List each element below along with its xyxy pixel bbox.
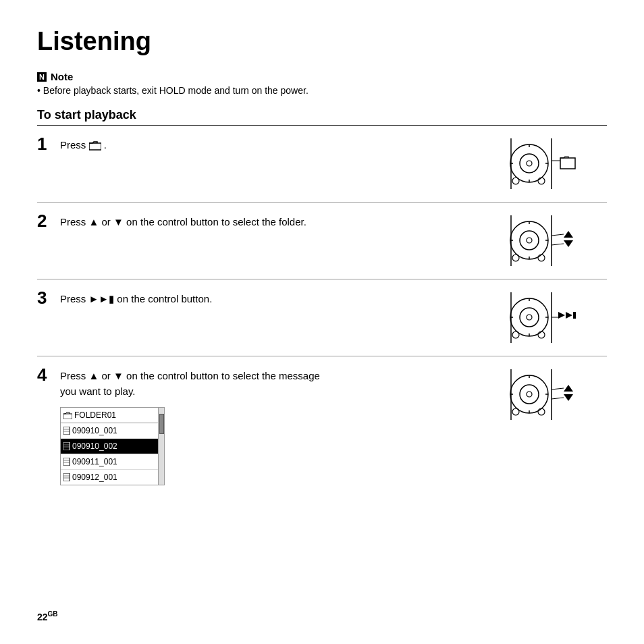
svg-point-58 (527, 392, 532, 397)
svg-point-60 (538, 408, 545, 415)
svg-rect-45 (63, 442, 70, 450)
doc-icon-1 (63, 442, 70, 450)
svg-point-6 (538, 178, 545, 184)
svg-line-25 (552, 244, 564, 245)
step-2: 2 Press ▲ or ▼ on the control button to … (37, 203, 607, 279)
folder-list-header: FOLDER01 (61, 408, 158, 423)
folder-list-item-3: 090912_001 (61, 470, 158, 485)
svg-rect-39 (573, 312, 576, 319)
svg-point-30 (527, 315, 532, 320)
svg-point-16 (520, 231, 539, 250)
folder-list-item-2: 090911_001 (61, 454, 158, 470)
svg-point-15 (510, 221, 548, 259)
svg-point-19 (538, 254, 545, 261)
doc-icon-3 (63, 473, 70, 481)
svg-point-17 (527, 238, 532, 243)
step-1: 1 Press . (37, 126, 607, 203)
step-3-content: Press ►►▮ on the control button. (60, 289, 465, 307)
step-4: 4 Press ▲ or ▼ on the control button to … (37, 356, 607, 495)
item-1-label: 090910_002 (72, 440, 117, 452)
folder-list-item-0: 090910_001 (61, 423, 158, 439)
step-1-content: Press . (60, 135, 465, 153)
svg-rect-48 (63, 458, 70, 466)
svg-rect-51 (63, 473, 70, 481)
up-arrow-icon (564, 231, 573, 238)
svg-rect-42 (63, 427, 70, 435)
svg-point-2 (510, 144, 548, 182)
doc-icon-2 (63, 458, 70, 466)
svg-line-65 (552, 388, 564, 390)
note-icon: N (37, 72, 47, 82)
folder-list-item-1: 090910_002 (61, 439, 158, 454)
page-title: Listening (37, 27, 607, 56)
down-arrow-icon (564, 240, 573, 247)
step-3: 3 Press ►►▮ on the control button. (37, 279, 607, 356)
scrollbar-thumb[interactable] (159, 414, 164, 434)
step-4-device (474, 366, 599, 423)
svg-line-66 (552, 398, 564, 399)
note-section: N Note • Before playback starts, exit HO… (37, 71, 607, 96)
step-1-device (474, 135, 599, 192)
svg-marker-37 (558, 312, 565, 319)
folder-header-icon (63, 412, 72, 419)
svg-point-59 (512, 408, 519, 415)
svg-rect-11 (560, 158, 575, 169)
doc-icon-0 (63, 427, 70, 435)
page-number: 22GB (37, 610, 58, 622)
svg-point-56 (510, 375, 548, 413)
step-2-image (465, 212, 607, 269)
item-0-label: 090910_001 (72, 425, 117, 437)
svg-point-4 (527, 161, 532, 166)
item-2-label: 090911_001 (72, 456, 117, 468)
svg-rect-41 (63, 414, 72, 419)
svg-point-31 (512, 331, 519, 338)
note-title: N Note (37, 71, 607, 82)
svg-point-28 (510, 298, 548, 336)
svg-point-3 (520, 154, 539, 173)
step-4-image (465, 366, 607, 423)
step-4-number: 4 (37, 366, 56, 383)
step-3-device (474, 289, 599, 346)
item-3-label: 090912_001 (72, 471, 117, 483)
step-2-number: 2 (37, 212, 56, 230)
step-2-content: Press ▲ or ▼ on the control button to se… (60, 212, 465, 230)
step-3-number: 3 (37, 289, 56, 306)
step4-up-arrow (564, 385, 573, 392)
note-label: Note (51, 71, 73, 82)
svg-marker-38 (566, 312, 572, 319)
step-4-content: Press ▲ or ▼ on the control button to se… (60, 366, 465, 485)
step4-down-arrow (564, 394, 573, 401)
svg-point-18 (512, 254, 519, 261)
svg-point-57 (520, 385, 539, 404)
step-1-number: 1 (37, 135, 56, 153)
folder-icon (89, 141, 101, 151)
svg-point-29 (520, 308, 539, 327)
scrollbar[interactable] (158, 408, 164, 485)
svg-point-32 (538, 331, 545, 338)
svg-point-5 (512, 178, 519, 184)
section-title: To start playback (37, 108, 607, 122)
folder-list-header-label: FOLDER01 (74, 409, 116, 421)
svg-line-24 (552, 234, 564, 236)
step-1-image (465, 135, 607, 192)
folder-list: FOLDER01 090910_001 (60, 407, 165, 485)
note-text: • Before playback starts, exit HOLD mode… (37, 85, 607, 96)
step-3-image (465, 289, 607, 346)
step-2-device (474, 212, 599, 269)
